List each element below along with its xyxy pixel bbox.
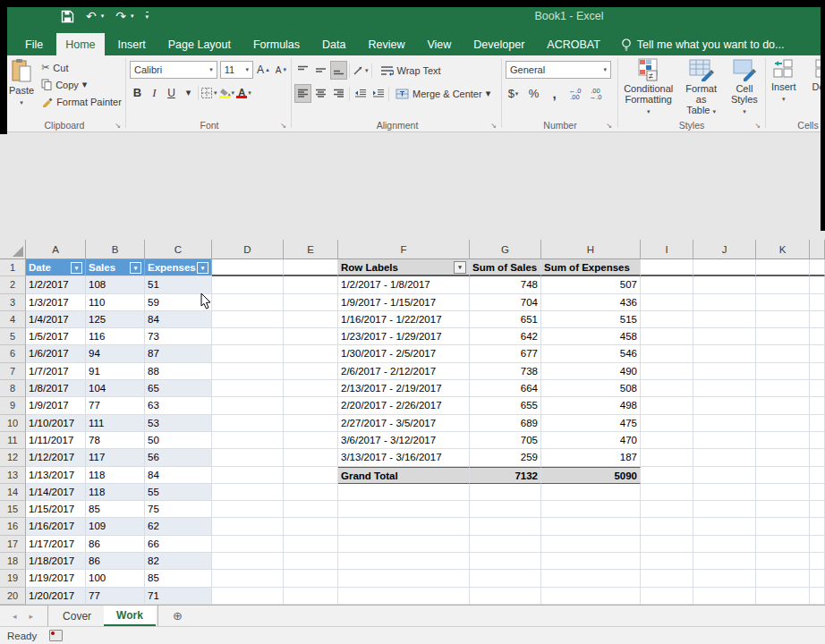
cell-D6[interactable] (212, 345, 284, 362)
cell-G17[interactable] (470, 536, 541, 553)
cell-L1[interactable] (810, 259, 825, 276)
row-header-6[interactable]: 6 (0, 345, 26, 362)
align-right-button[interactable] (331, 85, 346, 102)
cell-G18[interactable] (470, 553, 541, 570)
cell-D13[interactable] (212, 467, 284, 484)
ribbon-tab-view[interactable]: View (418, 33, 460, 55)
cell-D9[interactable] (212, 397, 284, 414)
ribbon-tab-file[interactable]: File (16, 33, 52, 55)
cell-G11[interactable]: 705 (470, 432, 541, 449)
cell-C18[interactable]: 82 (145, 553, 212, 570)
cell-H9[interactable]: 498 (541, 397, 641, 414)
cell-I17[interactable] (641, 536, 693, 553)
cell-A5[interactable]: 1/5/2017 (26, 328, 86, 345)
cell-I3[interactable] (641, 294, 693, 311)
cell-E9[interactable] (284, 397, 338, 414)
cell-D19[interactable] (212, 570, 284, 587)
cell-L2[interactable] (810, 276, 825, 293)
cell-A9[interactable]: 1/9/2017 (26, 397, 86, 414)
top-align-button[interactable] (295, 62, 310, 79)
clipboard-dialog-launcher[interactable]: ↘ (115, 122, 121, 130)
alignment-dialog-launcher[interactable]: ↘ (490, 122, 497, 130)
undo-dropdown-icon[interactable]: ▾ (101, 13, 105, 20)
new-sheet-button[interactable]: ⊕ (173, 606, 183, 626)
cell-B18[interactable]: 86 (86, 553, 145, 570)
cell-F8[interactable]: 2/13/2017 - 2/19/2017 (338, 380, 470, 397)
cell-G7[interactable]: 738 (470, 363, 541, 380)
cell-G15[interactable] (470, 501, 541, 518)
sheet-next-icon[interactable]: ▸ (30, 612, 34, 621)
paste-button[interactable]: Paste ▾ (5, 55, 38, 110)
cell-E6[interactable] (284, 345, 338, 362)
cell-J17[interactable] (693, 536, 756, 553)
cell-B6[interactable]: 94 (86, 345, 145, 362)
cell-D7[interactable] (212, 363, 284, 380)
wrap-text-button[interactable]: Wrap Text (380, 62, 441, 79)
cell-B15[interactable]: 85 (86, 501, 145, 518)
italic-button[interactable]: I (147, 84, 162, 101)
conditional-formatting-button[interactable]: ≠ Conditional Formatting ▾ (620, 55, 676, 117)
cell-D12[interactable] (212, 449, 284, 466)
cell-B12[interactable]: 117 (86, 449, 145, 466)
font-dialog-launcher[interactable]: ↘ (280, 122, 286, 130)
cell-I14[interactable] (641, 484, 693, 501)
accounting-format-button[interactable]: $ ▾ (506, 85, 521, 102)
cell-H19[interactable] (541, 570, 641, 587)
decrease-indent-button[interactable] (353, 85, 368, 102)
cell-E11[interactable] (284, 432, 338, 449)
cell-C12[interactable]: 56 (145, 449, 212, 466)
cell-F13[interactable]: Grand Total (338, 467, 470, 484)
decrease-decimal-button[interactable]: .00→.0 (588, 85, 603, 102)
cell-C10[interactable]: 53 (145, 415, 212, 432)
cell-F7[interactable]: 2/6/2017 - 2/12/2017 (338, 363, 470, 380)
cell-J16[interactable] (693, 518, 756, 535)
cell-K16[interactable] (756, 518, 810, 535)
cell-G14[interactable] (470, 484, 541, 501)
cell-H4[interactable]: 515 (541, 311, 641, 328)
cell-F12[interactable]: 3/13/2017 - 3/16/2017 (338, 449, 470, 466)
ribbon-tab-insert[interactable]: Insert (109, 33, 155, 55)
insert-cells-button[interactable]: Insert ▾ (768, 55, 800, 105)
table-header-expenses[interactable]: Expenses▾ (145, 259, 212, 276)
cell-I4[interactable] (641, 311, 693, 328)
cell-H17[interactable] (541, 536, 641, 553)
cell-K9[interactable] (756, 397, 810, 414)
cell-L8[interactable] (810, 380, 825, 397)
cell-K14[interactable] (756, 484, 810, 501)
cell-J1[interactable] (693, 259, 756, 276)
column-header-B[interactable]: B (86, 240, 145, 259)
cell-C17[interactable]: 66 (145, 536, 212, 553)
cell-F9[interactable]: 2/20/2017 - 2/26/2017 (338, 397, 470, 414)
cell-F10[interactable]: 2/27/2017 - 3/5/2017 (338, 415, 470, 432)
cell-C4[interactable]: 84 (145, 311, 212, 328)
cell-D14[interactable] (212, 484, 284, 501)
cell-I10[interactable] (641, 415, 693, 432)
cell-A10[interactable]: 1/10/2017 (26, 415, 86, 432)
cell-H15[interactable] (541, 501, 641, 518)
cell-D16[interactable] (212, 518, 284, 535)
cell-B3[interactable]: 110 (86, 294, 145, 311)
cell-D8[interactable] (212, 380, 284, 397)
cell-A7[interactable]: 1/7/2017 (26, 363, 86, 380)
cell-E17[interactable] (284, 536, 338, 553)
cell-L12[interactable] (810, 449, 825, 466)
cell-B5[interactable]: 116 (86, 328, 145, 345)
increase-indent-button[interactable] (370, 85, 386, 102)
filter-dropdown-icon[interactable]: ▾ (130, 262, 141, 274)
cell-E1[interactable] (284, 259, 338, 276)
row-header-16[interactable]: 16 (0, 518, 26, 535)
bold-button[interactable]: B (130, 84, 145, 101)
cell-K5[interactable] (756, 328, 810, 345)
cell-A14[interactable]: 1/14/2017 (26, 484, 86, 501)
sheet-tab-cover[interactable]: Cover (50, 606, 104, 626)
cell-I1[interactable] (641, 259, 693, 276)
cell-E19[interactable] (284, 570, 338, 587)
font-name-combo[interactable]: Calibri ▾ (130, 61, 217, 79)
cell-A13[interactable]: 1/13/2017 (26, 467, 86, 484)
font-size-combo[interactable]: 11 ▾ (220, 61, 253, 79)
merge-center-dropdown-icon[interactable]: ▾ (486, 88, 491, 99)
tell-me-box[interactable]: Tell me what you want to do... (614, 33, 792, 55)
align-center-button[interactable] (313, 85, 328, 102)
column-header-H[interactable]: H (541, 240, 641, 259)
cell-I12[interactable] (641, 449, 693, 466)
